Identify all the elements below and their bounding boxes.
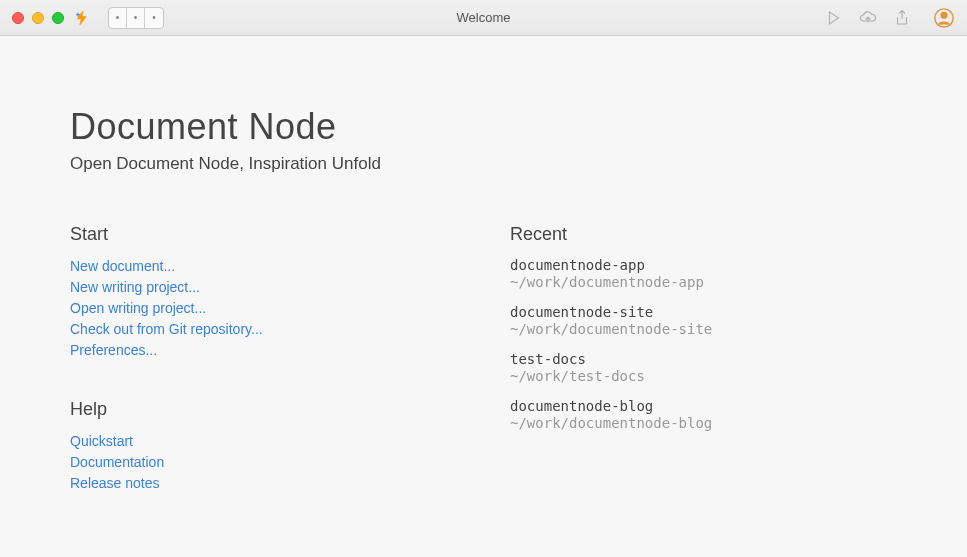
recent-item-name: documentnode-blog <box>510 398 897 414</box>
view-mode-3[interactable]: • <box>145 8 163 28</box>
view-mode-segment: • • • <box>108 7 164 29</box>
columns: Start New document... New writing projec… <box>70 224 897 495</box>
minimize-window-button[interactable] <box>32 12 44 24</box>
start-heading: Start <box>70 224 470 245</box>
titlebar: • • • Welcome <box>0 0 967 36</box>
quickstart-link[interactable]: Quickstart <box>70 433 133 449</box>
recent-item-path: ~/work/test-docs <box>510 368 897 384</box>
view-mode-2[interactable]: • <box>127 8 145 28</box>
share-icon[interactable] <box>893 9 911 27</box>
right-column: Recent documentnode-app ~/work/documentn… <box>510 224 897 495</box>
release-notes-link[interactable]: Release notes <box>70 475 160 491</box>
recent-item-name: test-docs <box>510 351 897 367</box>
left-column: Start New document... New writing projec… <box>70 224 470 495</box>
lightning-icon[interactable] <box>74 9 90 27</box>
new-writing-project-link[interactable]: New writing project... <box>70 279 200 295</box>
help-section: Help Quickstart Documentation Release no… <box>70 399 470 492</box>
preferences-link[interactable]: Preferences... <box>70 342 157 358</box>
toolbar-right <box>825 7 955 29</box>
help-heading: Help <box>70 399 470 420</box>
start-links: New document... New writing project... O… <box>70 257 470 359</box>
app-title: Document Node <box>70 106 897 148</box>
recent-list: documentnode-app ~/work/documentnode-app… <box>510 257 897 431</box>
recent-item[interactable]: documentnode-blog ~/work/documentnode-bl… <box>510 398 897 431</box>
recent-item-path: ~/work/documentnode-app <box>510 274 897 290</box>
recent-item[interactable]: documentnode-app ~/work/documentnode-app <box>510 257 897 290</box>
account-icon[interactable] <box>933 7 955 29</box>
new-document-link[interactable]: New document... <box>70 258 175 274</box>
open-writing-project-link[interactable]: Open writing project... <box>70 300 206 316</box>
recent-heading: Recent <box>510 224 897 245</box>
start-section: Start New document... New writing projec… <box>70 224 470 359</box>
play-icon[interactable] <box>825 9 843 27</box>
documentation-link[interactable]: Documentation <box>70 454 164 470</box>
help-links: Quickstart Documentation Release notes <box>70 432 470 492</box>
recent-item-name: documentnode-app <box>510 257 897 273</box>
recent-item-name: documentnode-site <box>510 304 897 320</box>
view-mode-1[interactable]: • <box>109 8 127 28</box>
maximize-window-button[interactable] <box>52 12 64 24</box>
svg-point-1 <box>941 12 947 18</box>
checkout-git-link[interactable]: Check out from Git repository... <box>70 321 263 337</box>
cloud-upload-icon[interactable] <box>859 9 877 27</box>
welcome-content: Document Node Open Document Node, Inspir… <box>0 36 967 557</box>
traffic-lights <box>12 12 64 24</box>
recent-item[interactable]: documentnode-site ~/work/documentnode-si… <box>510 304 897 337</box>
window-title: Welcome <box>457 10 511 25</box>
recent-item-path: ~/work/documentnode-blog <box>510 415 897 431</box>
close-window-button[interactable] <box>12 12 24 24</box>
recent-item[interactable]: test-docs ~/work/test-docs <box>510 351 897 384</box>
recent-item-path: ~/work/documentnode-site <box>510 321 897 337</box>
app-subtitle: Open Document Node, Inspiration Unfold <box>70 154 897 174</box>
